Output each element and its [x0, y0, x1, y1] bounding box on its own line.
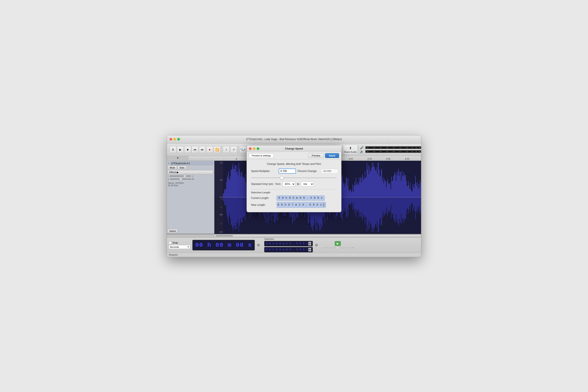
track-close-button[interactable]: ✕ [168, 162, 170, 164]
dialog-body: Change Speed, affecting both Tempo and P… [247, 160, 341, 212]
selection-start-row: 0 0 h 0 0 m 0 0 . 0 0 0 s ▲ ▼ [264, 241, 313, 246]
dialog-minimize-button[interactable] [253, 148, 255, 150]
change-speed-dialog: Change Speed Presets & settings Preview … [246, 145, 342, 212]
h-scrollbar-track[interactable] [214, 235, 421, 236]
track-header-top: ✕ [YT2mp3.info▼] [168, 162, 213, 165]
close-button[interactable] [170, 138, 172, 140]
seconds-select[interactable]: Seconds ▼ [169, 245, 190, 249]
speed-slider-container [251, 176, 337, 179]
selection-end-time[interactable]: 0 0 h 0 5 m 0 8 . 4 8 0 s ▲ ▼ [264, 247, 313, 252]
sel-start-down[interactable]: ▼ [308, 244, 311, 246]
vu-bar-top: -54 -48 -42 -36 -30 -24 -18 -12 -6 0 L R [365, 146, 421, 149]
status-text: Stopped. [169, 254, 178, 256]
dialog-title-bar: Change Speed [247, 146, 341, 152]
vinyl-from-select[interactable]: 33⅓ 45 78 [282, 182, 295, 187]
select-button[interactable]: Select [168, 229, 177, 233]
modal-overlay: Change Speed Presets & settings Preview … [0, 0, 588, 392]
effects-label: Effects [169, 171, 176, 174]
snap-area: Snap Seconds ▼ [169, 241, 190, 249]
zoom-in-button[interactable]: 🔍+ [239, 146, 246, 153]
tools-group: I ↗ [222, 145, 238, 154]
seconds-dropdown-arrow: ▼ [187, 246, 189, 248]
mic-icon: 🎤 [360, 146, 364, 149]
selection-area: Selection 0 0 h 0 0 m 0 0 . 0 0 0 s ▲ ▼ … [264, 238, 313, 252]
dialog-subtitle: Change Speed, affecting both Tempo and P… [251, 162, 337, 166]
new-length-down[interactable]: ▼ [322, 205, 325, 207]
sel-end-value: 0 0 h 0 5 m 0 8 . 4 8 0 s [266, 248, 308, 251]
track-header: ✕ [YT2mp3.info▼] Mute Solo Effects ▶ - [167, 161, 214, 234]
sel-end-spinner[interactable]: ▲ ▼ [308, 248, 311, 252]
sel-start-value: 0 0 h 0 0 m 0 0 . 0 0 0 s [266, 242, 308, 245]
pan-slider-row: L R [168, 178, 213, 180]
share-audio-label: Share Audio [344, 151, 357, 153]
sel-start-spinner[interactable]: ▲ ▼ [308, 242, 311, 246]
skip-back-button[interactable]: ⏮ [192, 146, 198, 153]
percent-change-input[interactable] [321, 169, 338, 174]
new-length-up[interactable]: ▲ [322, 203, 325, 205]
record-button[interactable]: ● [206, 146, 213, 153]
share-icon: ⬆ [349, 146, 352, 150]
track-name[interactable]: [YT2mp3.info▼] [170, 162, 213, 165]
rate-min-label: - [322, 246, 323, 249]
play-button[interactable]: ▶ [177, 146, 184, 153]
current-length-time: 0 0 h 0 5 m 0 8 . 4 8 0 s [278, 196, 323, 200]
apply-button[interactable]: Apply [325, 153, 339, 158]
sel-end-up[interactable]: ▲ [308, 248, 311, 250]
play-rate-button[interactable]: ▶ [335, 241, 341, 246]
loop-button[interactable]: 🔁 [213, 146, 220, 153]
speed-multiplier-label: Speed Multiplier: [251, 170, 277, 172]
effects-button[interactable]: Effects ▶ [168, 170, 213, 174]
current-length-label: Current Length: [251, 196, 275, 200]
speed-multiplier-input[interactable] [279, 168, 296, 174]
sel-end-down[interactable]: ▼ [308, 250, 311, 252]
presets-settings-button[interactable]: Presets & settings [249, 153, 274, 158]
mute-button[interactable]: Mute [168, 166, 177, 170]
effects-arrow: ▶ [177, 171, 179, 174]
dialog-maximize-button[interactable] [257, 148, 259, 150]
vinyl-to-label: to [297, 182, 299, 186]
preview-button[interactable]: Preview [308, 153, 324, 158]
new-length-value[interactable]: 0 0 h 0 7 m 2 0 . 6 8 6 s ▲ ▼ [276, 202, 326, 208]
ruler-mark-430: 4:30 [405, 158, 421, 160]
select-tool-button[interactable]: ↗ [230, 146, 237, 153]
skip-forward-button[interactable]: ⏭ [199, 146, 206, 153]
new-length-row: New Length: 0 0 h 0 7 m 2 0 . 6 8 6 s ▲ … [251, 202, 337, 208]
vinyl-to-select[interactable]: n/a 33⅓ 45 78 [301, 182, 314, 187]
track-btn-row: Mute Solo [168, 166, 213, 170]
ruler-mark-300: 3:00 [349, 158, 368, 160]
volume-slider[interactable] [169, 176, 191, 176]
h-scrollbar[interactable] [167, 234, 421, 238]
window-title: [YT2mp3.info] - Lady Gaga - Bad Romance … [246, 138, 342, 141]
time-settings-icon[interactable]: ⚙ [257, 243, 260, 247]
dialog-close-button[interactable] [249, 148, 251, 150]
time-value: 00 h 00 m 00 s [195, 242, 252, 248]
cursor-tool-button[interactable]: I [223, 146, 230, 153]
maximize-button[interactable] [177, 138, 180, 140]
selection-settings-icon[interactable]: ⚙ [315, 243, 318, 247]
track-info: Stereo, 44100Hz 32-bit float [168, 182, 213, 187]
selection-length-label: Selection Length [251, 191, 270, 194]
pan-slider[interactable] [170, 179, 192, 180]
status-bar: Stopped. [167, 252, 421, 257]
rate-slider[interactable] [324, 248, 352, 248]
volume-plus: + [192, 175, 193, 177]
dialog-traffic-lights [249, 148, 259, 150]
h-scrollbar-thumb[interactable] [216, 235, 233, 236]
minimize-button[interactable] [173, 138, 176, 140]
selection-length-section: Selection Length [251, 189, 337, 194]
speed-slider[interactable] [251, 177, 337, 178]
stop-button[interactable]: ■ [184, 146, 191, 153]
title-bar: [YT2mp3.info] - Lady Gaga - Bad Romance … [167, 135, 421, 144]
percent-change-label: Percent Change: [298, 170, 319, 172]
new-length-spinner[interactable]: ▲ ▼ [322, 203, 325, 207]
snap-checkbox[interactable] [169, 241, 171, 244]
sel-start-up[interactable]: ▲ [308, 242, 311, 244]
selection-start-time[interactable]: 0 0 h 0 0 m 0 0 . 0 0 0 s ▲ ▼ [264, 241, 313, 246]
share-audio-button[interactable]: ⬆ Share Audio [343, 144, 358, 154]
ruler-mark-400: 4:00 [386, 158, 405, 160]
speed-multiplier-row: Speed Multiplier: Percent Change: [251, 168, 337, 174]
pause-button[interactable]: ⏸ [170, 146, 176, 153]
solo-button[interactable]: Solo [177, 166, 186, 170]
snap-label: Snap [172, 241, 178, 244]
dialog-toolbar: Presets & settings Preview Apply [247, 152, 341, 160]
